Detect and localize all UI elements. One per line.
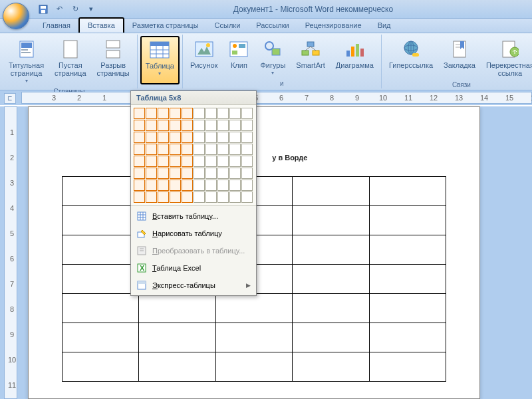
grid-cell[interactable]	[217, 168, 229, 179]
save-icon[interactable]	[37, 3, 49, 16]
page-break-button[interactable]: Разрывстраницы	[92, 36, 134, 86]
menu-quick[interactable]: Экспресс-таблицы▶	[131, 277, 256, 294]
grid-cell[interactable]	[205, 156, 217, 167]
vertical-ruler[interactable]: 123456789101112	[4, 106, 17, 399]
grid-cell[interactable]	[134, 120, 145, 131]
grid-cell[interactable]	[170, 120, 181, 131]
grid-cell[interactable]	[205, 144, 217, 155]
table-cell[interactable]	[63, 235, 139, 265]
grid-cell[interactable]	[170, 132, 181, 143]
tab-Главная[interactable]: Главная	[35, 19, 78, 33]
grid-cell[interactable]	[158, 180, 169, 191]
table-cell[interactable]	[293, 323, 369, 352]
grid-cell[interactable]	[146, 132, 157, 143]
table-cell[interactable]	[63, 352, 139, 382]
grid-cell[interactable]	[146, 168, 157, 179]
tab-Вставка[interactable]: Вставка	[78, 17, 124, 33]
table-cell[interactable]	[293, 235, 369, 265]
grid-cell[interactable]	[241, 168, 253, 179]
grid-cell[interactable]	[194, 180, 205, 191]
table-size-grid[interactable]	[134, 108, 253, 203]
grid-cell[interactable]	[194, 192, 205, 203]
picture-button[interactable]: Рисунок	[186, 36, 223, 78]
menu-insert-table[interactable]: Вставить таблицу...	[131, 207, 256, 225]
grid-cell[interactable]	[217, 192, 229, 203]
grid-cell[interactable]	[182, 120, 193, 131]
grid-cell[interactable]	[217, 144, 229, 155]
table-cell[interactable]	[215, 352, 292, 382]
grid-cell[interactable]	[158, 120, 169, 131]
grid-cell[interactable]	[194, 108, 205, 119]
table-cell[interactable]	[369, 265, 446, 294]
grid-cell[interactable]	[134, 156, 145, 167]
grid-cell[interactable]	[205, 108, 217, 119]
table-cell[interactable]	[293, 352, 369, 382]
grid-cell[interactable]	[229, 192, 241, 203]
grid-cell[interactable]	[134, 108, 145, 119]
grid-cell[interactable]	[170, 156, 181, 167]
grid-cell[interactable]	[182, 108, 193, 119]
clip-button[interactable]: Клип	[223, 36, 254, 78]
table-cell[interactable]	[63, 265, 139, 294]
tab-Рассылки[interactable]: Рассылки	[248, 19, 297, 33]
grid-cell[interactable]	[194, 144, 205, 155]
grid-cell[interactable]	[205, 132, 217, 143]
table-cell[interactable]	[293, 294, 369, 323]
grid-cell[interactable]	[146, 192, 157, 203]
table-cell[interactable]	[369, 294, 446, 323]
hyperlink-button[interactable]: Гиперссылка	[384, 36, 438, 80]
grid-cell[interactable]	[182, 132, 193, 143]
undo-icon[interactable]: ↶	[53, 3, 65, 16]
grid-cell[interactable]	[182, 180, 193, 191]
grid-cell[interactable]	[146, 144, 157, 155]
blank-page-button[interactable]: Пустаястраница	[50, 36, 90, 86]
grid-cell[interactable]	[229, 180, 241, 191]
grid-cell[interactable]	[217, 180, 229, 191]
grid-cell[interactable]	[241, 144, 253, 155]
redo-icon[interactable]: ↻	[69, 3, 81, 16]
grid-cell[interactable]	[241, 108, 253, 119]
grid-cell[interactable]	[194, 120, 205, 131]
table-cell[interactable]	[63, 177, 139, 206]
grid-cell[interactable]	[146, 108, 157, 119]
chart-button[interactable]: Диаграмма	[331, 36, 378, 78]
grid-cell[interactable]	[170, 108, 181, 119]
table-cell[interactable]	[293, 265, 369, 294]
grid-cell[interactable]	[170, 180, 181, 191]
grid-cell[interactable]	[241, 132, 253, 143]
grid-cell[interactable]	[182, 168, 193, 179]
grid-cell[interactable]	[170, 168, 181, 179]
grid-cell[interactable]	[217, 120, 229, 131]
grid-cell[interactable]	[241, 156, 253, 167]
grid-cell[interactable]	[182, 144, 193, 155]
menu-excel[interactable]: XТаблица Excel	[131, 259, 256, 277]
table-cell[interactable]	[369, 177, 446, 206]
grid-cell[interactable]	[217, 108, 229, 119]
grid-cell[interactable]	[134, 168, 145, 179]
view-selector[interactable]: ⊏	[4, 93, 16, 104]
grid-cell[interactable]	[217, 156, 229, 167]
table-cell[interactable]	[369, 352, 446, 382]
table-cell[interactable]	[215, 323, 292, 352]
grid-cell[interactable]	[158, 168, 169, 179]
menu-draw-table[interactable]: Нарисовать таблицу	[131, 225, 256, 242]
table-cell[interactable]	[215, 294, 292, 323]
grid-cell[interactable]	[158, 108, 169, 119]
table-cell[interactable]	[139, 323, 215, 352]
table-cell[interactable]	[139, 352, 215, 382]
grid-cell[interactable]	[205, 120, 217, 131]
grid-cell[interactable]	[146, 156, 157, 167]
bookmark-button[interactable]: Закладка	[439, 36, 480, 80]
shapes-button[interactable]: Фигуры▾	[255, 36, 290, 78]
grid-cell[interactable]	[217, 132, 229, 143]
grid-cell[interactable]	[158, 192, 169, 203]
grid-cell[interactable]	[158, 144, 169, 155]
grid-cell[interactable]	[241, 180, 253, 191]
qat-dropdown-icon[interactable]: ▾	[85, 3, 97, 16]
table-cell[interactable]	[369, 323, 446, 352]
grid-cell[interactable]	[158, 132, 169, 143]
crossref-button[interactable]: Перекрестнаяссылка	[481, 36, 532, 80]
grid-cell[interactable]	[158, 156, 169, 167]
grid-cell[interactable]	[146, 180, 157, 191]
grid-cell[interactable]	[241, 120, 253, 131]
